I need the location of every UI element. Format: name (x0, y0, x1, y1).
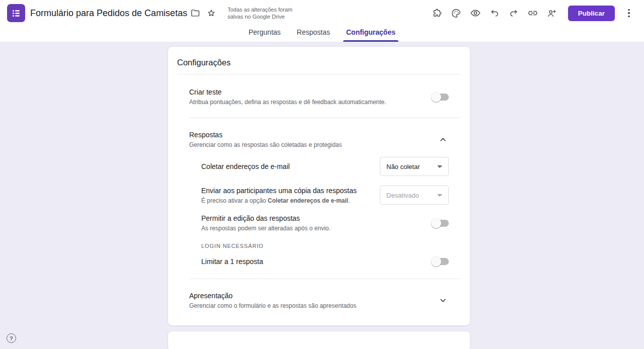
quiz-description: Atribua pontuações, defina as respostas … (189, 99, 420, 106)
quiz-toggle[interactable] (432, 94, 449, 101)
quiz-setting-row: Criar teste Atribua pontuações, defina a… (168, 88, 470, 106)
divider (177, 74, 461, 74)
kebab-menu-icon[interactable] (621, 5, 637, 21)
chevron-down-icon (437, 194, 442, 197)
allow-edit-description: As respostas podem ser alteradas após o … (201, 225, 420, 232)
star-icon[interactable] (203, 5, 219, 21)
publish-button[interactable]: Publicar (568, 6, 615, 21)
divider (189, 118, 461, 118)
collect-email-value: Não coletar (386, 163, 437, 170)
presentation-title: Apresentação (189, 292, 425, 300)
send-copy-note-suffix: . (348, 197, 350, 204)
header-actions: Publicar (429, 5, 637, 21)
limit-one-response-row: Limitar a 1 resposta (168, 257, 470, 266)
allow-edit-toggle[interactable] (432, 220, 449, 227)
send-copy-note: É preciso ativar a opção Coletar endereç… (201, 197, 372, 204)
settings-card: Configurações Criar teste Atribua pontua… (168, 46, 470, 326)
limit-one-label: Limitar a 1 resposta (201, 257, 420, 266)
collect-email-label: Coletar endereços de e-mail (201, 162, 372, 170)
quiz-title: Criar teste (189, 88, 420, 96)
forms-logo-icon[interactable] (7, 4, 25, 22)
tab-respostas[interactable]: Respostas (291, 26, 336, 42)
send-copy-value: Desativado (386, 192, 437, 199)
tab-configuracoes[interactable]: Configurações (340, 26, 401, 42)
palette-icon[interactable] (448, 5, 464, 21)
person-add-icon[interactable] (544, 5, 560, 21)
defaults-card-partial (168, 331, 470, 349)
puzzle-icon[interactable] (429, 5, 445, 21)
undo-icon[interactable] (487, 5, 503, 21)
eye-icon[interactable] (467, 5, 484, 21)
login-required-heading: Login necessário (168, 243, 470, 249)
redo-icon[interactable] (506, 5, 522, 21)
settings-heading: Configurações (168, 47, 470, 74)
chevron-down-icon (437, 165, 442, 168)
send-copy-note-prefix: É preciso ativar a opção (201, 197, 268, 204)
send-copy-label: Enviar aos participantes uma cópia das r… (201, 187, 372, 195)
link-icon[interactable] (525, 5, 541, 21)
saved-status-line2: salvas no Google Drive (227, 13, 292, 20)
document-title[interactable]: Formulário para Pedidos de Camisetas (30, 8, 187, 19)
saved-status[interactable]: Todas as alterações foram salvas no Goog… (227, 6, 292, 20)
divider (189, 279, 461, 279)
send-copy-dropdown[interactable]: Desativado (380, 186, 449, 205)
chevron-down-icon[interactable] (437, 295, 449, 307)
allow-edit-row: Permitir a edição das respostas As respo… (168, 214, 470, 232)
presentation-description: Gerenciar como o formulário e as respost… (189, 302, 425, 309)
app-header: Formulário para Pedidos de Camisetas Tod… (0, 0, 644, 42)
collect-email-row: Coletar endereços de e-mail Não coletar (168, 157, 470, 176)
responses-title: Respostas (189, 131, 425, 139)
saved-status-line1: Todas as alterações foram (227, 6, 292, 13)
tab-perguntas[interactable]: Perguntas (243, 26, 287, 42)
send-copy-note-bold: Coletar endereços de e-mail (268, 197, 348, 204)
presentation-section-header[interactable]: Apresentação Gerenciar como o formulário… (168, 292, 470, 309)
tab-bar: Perguntas Respostas Configurações (0, 26, 644, 42)
responses-section-header[interactable]: Respostas Gerenciar como as respostas sã… (168, 131, 470, 148)
allow-edit-label: Permitir a edição das respostas (201, 214, 420, 222)
settings-page: Configurações Criar teste Atribua pontua… (0, 42, 644, 349)
help-icon[interactable]: ? (7, 333, 16, 343)
chevron-up-icon[interactable] (437, 134, 449, 146)
limit-one-toggle[interactable] (432, 258, 449, 265)
send-copy-row: Enviar aos participantes uma cópia das r… (168, 186, 470, 205)
folder-icon[interactable] (187, 5, 203, 21)
responses-description: Gerenciar como as respostas são coletada… (189, 141, 425, 148)
collect-email-dropdown[interactable]: Não coletar (380, 157, 449, 176)
